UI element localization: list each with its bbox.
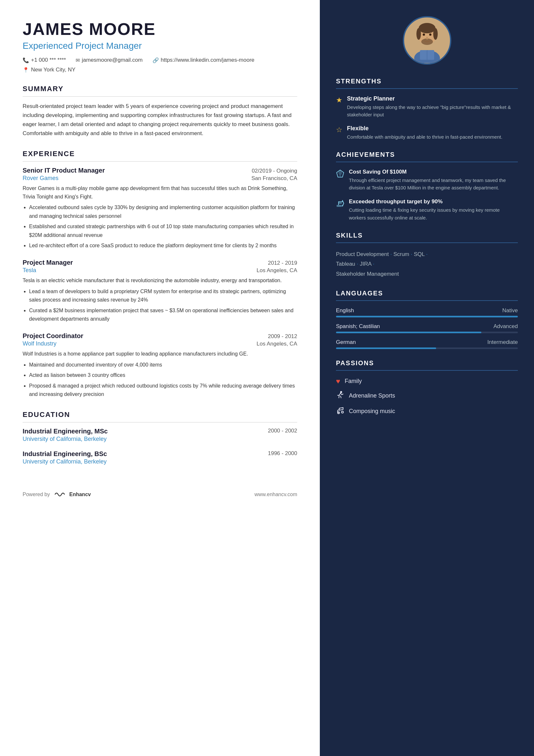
exp-location-1: Los Angeles, CA [257, 267, 297, 274]
experience-divider [23, 161, 297, 162]
edu-degree-1: Industrial Engineering, BSc [23, 450, 107, 458]
lang-bar-fill-0 [336, 316, 518, 317]
passions-title: PASSIONS [336, 360, 518, 367]
lang-bar-fill-1 [336, 332, 481, 333]
powered-by-label: Powered by [23, 492, 50, 498]
strengths-section: STRENGTHS ★ Strategic Planner Developing… [336, 78, 518, 141]
contact-linkedin[interactable]: 🔗 https://www.linkedin.com/james-moore [152, 57, 255, 63]
svg-point-7 [433, 28, 438, 40]
lang-name-0: English [336, 308, 354, 314]
lang-name-2: German [336, 339, 356, 345]
skill-1: Scrum [394, 251, 409, 257]
bullet-0-2: Led re-architect effort of a core SaaS p… [29, 241, 297, 250]
bullet-2-0: Maintained and documented inventory of o… [29, 361, 297, 369]
heart-icon: ♥ [336, 377, 340, 386]
experience-entry-0: Senior IT Product Manager 02/2019 - Ongo… [23, 167, 297, 250]
svg-point-8 [422, 34, 425, 36]
footer: Powered by Enhancv [23, 491, 91, 498]
email-icon: ✉ [76, 57, 80, 63]
bullet-2-2: Proposed & managed a project which reduc… [29, 382, 297, 399]
exp-title-0: Senior IT Product Manager [23, 167, 105, 174]
skills-text: Product Development · Scrum · SQL · Tabl… [336, 250, 518, 279]
lang-level-1: Advanced [493, 323, 518, 330]
footer-url: www.enhancv.com [255, 492, 297, 498]
strengths-title: STRENGTHS [336, 78, 518, 85]
avatar-container [336, 16, 518, 65]
language-item-0: English Native [336, 308, 518, 317]
language-item-1: Spanish; Castilian Advanced [336, 323, 518, 333]
strengths-divider [336, 88, 518, 89]
linkedin-icon: 🔗 [152, 57, 159, 63]
strength-content-1: Flexible Comfortable with ambiguity and … [347, 125, 502, 141]
passion-item-0: ♥ Family [336, 377, 518, 386]
strength-item-0: ★ Strategic Planner Developing steps alo… [336, 95, 518, 119]
edu-degree-0: Industrial Engineering, MSc [23, 428, 108, 435]
location-icon: 📍 [23, 67, 29, 73]
exp-company-2: Wolf Industry [23, 340, 57, 347]
skills-title: SKILLS [336, 232, 518, 239]
enhancv-logo-icon [53, 491, 66, 498]
skills-divider [336, 242, 518, 243]
skill-4: JIRA [360, 261, 371, 267]
diamond-icon [336, 169, 344, 180]
exp-date-2: 2009 - 2012 [268, 333, 297, 340]
contact-email: ✉ jamesmoore@gmail.com [76, 57, 142, 63]
svg-point-5 [419, 23, 436, 33]
passion-item-1: Adrenaline Sports [336, 391, 518, 401]
achievement-item-1: Exceeded throughput target by 90% Cuttin… [336, 199, 518, 221]
exp-company-1: Tesla [23, 267, 36, 274]
avatar [403, 16, 451, 65]
name-title: JAMES MOORE Experienced Project Manager [23, 19, 297, 51]
experience-entry-2: Project Coordinator 2009 - 2012 Wolf Ind… [23, 332, 297, 398]
skills-section: SKILLS Product Development · Scrum · SQL… [336, 232, 518, 279]
strength-name-0: Strategic Planner [347, 95, 518, 102]
lang-bar-bg-0 [336, 316, 518, 317]
language-item-2: German Intermediate [336, 339, 518, 349]
achievements-title: ACHIEVEMENTS [336, 151, 518, 158]
brand-name: Enhancv [69, 492, 91, 498]
exp-location-2: Los Angeles, CA [257, 341, 297, 347]
strength-desc-1: Comfortable with ambiguity and able to t… [347, 133, 502, 141]
running-icon [336, 391, 344, 401]
edu-date-0: 2000 - 2002 [268, 428, 297, 435]
left-panel: JAMES MOORE Experienced Project Manager … [0, 0, 320, 756]
contact-info: 📞 +1 000 *** **** ✉ jamesmoore@gmail.com… [23, 57, 297, 73]
achievement-desc-0: Through efficient project management and… [349, 176, 518, 192]
contact-location: 📍 New York City, NY [23, 67, 76, 73]
exp-desc-1: Tesla is an electric vehicle manufacture… [23, 276, 297, 285]
passions-divider [336, 370, 518, 371]
achievement-content-1: Exceeded throughput target by 90% Cuttin… [349, 199, 518, 221]
exp-bullets-0: Accelerated outbound sales cycle by 330%… [23, 203, 297, 250]
right-panel: STRENGTHS ★ Strategic Planner Developing… [320, 0, 534, 756]
edu-date-1: 1996 - 2000 [268, 450, 297, 458]
skill-0: Product Development [336, 251, 389, 257]
edu-school-1: University of California, Berkeley [23, 458, 297, 465]
exp-company-0: Rover Games [23, 175, 59, 182]
education-entry-0: Industrial Engineering, MSc 2000 - 2002 … [23, 428, 297, 443]
bullet-0-0: Accelerated outbound sales cycle by 330%… [29, 203, 297, 220]
lang-bar-fill-2 [336, 347, 436, 349]
exp-desc-2: Wolf Industries is a home appliance part… [23, 350, 297, 358]
star-filled-icon: ★ [336, 96, 343, 104]
education-section-title: EDUCATION [23, 411, 297, 419]
contact-phone: 📞 +1 000 *** **** [23, 57, 66, 63]
music-icon [336, 406, 344, 417]
exp-location-0: San Francisco, CA [251, 175, 297, 182]
education-entry-1: Industrial Engineering, BSc 1996 - 2000 … [23, 450, 297, 465]
strength-item-1: ☆ Flexible Comfortable with ambiguity an… [336, 125, 518, 141]
summary-divider [23, 96, 297, 97]
exp-desc-0: Rover Games is a multi-play mobile game … [23, 184, 297, 201]
bullet-1-1: Curated a $2M business implementation pr… [29, 307, 297, 324]
skill-5: Stakeholder Management [336, 271, 399, 277]
languages-section: LANGUAGES English Native Spanish; Castil… [336, 290, 518, 349]
skill-3: Tableau [336, 261, 355, 267]
lang-name-1: Spanish; Castilian [336, 323, 380, 330]
lang-bar-bg-2 [336, 347, 518, 349]
edu-school-0: University of California, Berkeley [23, 436, 297, 443]
svg-point-6 [417, 28, 421, 40]
passion-item-2: Composing music [336, 406, 518, 417]
achievement-content-0: Cost Saving Of $100M Through efficient p… [349, 169, 518, 192]
avatar-image [404, 18, 450, 63]
languages-title: LANGUAGES [336, 290, 518, 297]
phone-icon: 📞 [23, 57, 29, 63]
